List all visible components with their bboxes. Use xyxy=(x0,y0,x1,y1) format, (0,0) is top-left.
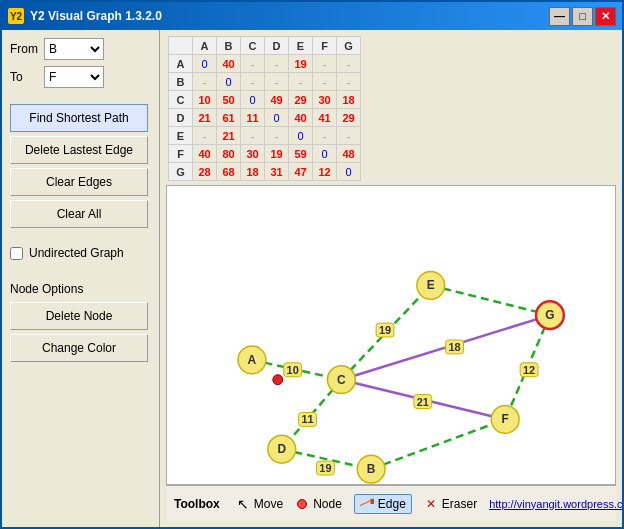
matrix-area: A B C D E F G A 0 40 xyxy=(160,30,622,185)
matrix-row-B: B - 0 - - - - - xyxy=(169,73,361,91)
weight-A-C: 10 xyxy=(287,364,299,376)
edge-pencil-icon xyxy=(360,497,374,511)
node-dot-icon xyxy=(295,497,309,511)
title-buttons: — □ ✕ xyxy=(549,7,616,26)
node-C-label: C xyxy=(337,373,346,387)
adjacency-matrix: A B C D E F G A 0 40 xyxy=(168,36,361,181)
move-cursor-icon: ↖ xyxy=(236,497,250,511)
matrix-col-G: G xyxy=(337,37,361,55)
weight-D-B: 19 xyxy=(319,462,331,474)
sidebar: From A B C D E F G To A B C D E xyxy=(2,30,160,527)
find-shortest-button[interactable]: Find Shortest Path xyxy=(10,104,148,132)
matrix-row-D: D 21 61 11 0 40 41 29 xyxy=(169,109,361,127)
undirected-row: Undirected Graph xyxy=(10,246,151,260)
tool-move[interactable]: ↖ Move xyxy=(236,497,283,511)
delete-latest-edge-button[interactable]: Delete Lastest Edge xyxy=(10,136,148,164)
tool-move-label: Move xyxy=(254,497,283,511)
matrix-row-F: F 40 80 30 19 59 0 48 xyxy=(169,145,361,163)
svg-rect-1 xyxy=(370,498,374,503)
change-color-button[interactable]: Change Color xyxy=(10,334,148,362)
edge-E-G xyxy=(431,285,550,315)
title-bar: Y2 Y2 Visual Graph 1.3.2.0 — □ ✕ xyxy=(2,2,622,30)
weight-C-F: 21 xyxy=(417,396,429,408)
node-B-label: B xyxy=(367,462,376,476)
node-A-label: A xyxy=(248,353,257,367)
clear-edges-button[interactable]: Clear Edges xyxy=(10,168,148,196)
minimize-button[interactable]: — xyxy=(549,7,570,26)
matrix-col-F: F xyxy=(313,37,337,55)
weight-C-G: 18 xyxy=(449,341,461,353)
main-window: Y2 Y2 Visual Graph 1.3.2.0 — □ ✕ From A … xyxy=(0,0,624,529)
weight-C-E: 19 xyxy=(379,324,391,336)
tool-eraser-label: Eraser xyxy=(442,497,477,511)
website-link[interactable]: http://vinyangit.wordpress.com xyxy=(489,498,622,510)
matrix-col-E: E xyxy=(289,37,313,55)
matrix-col-D: D xyxy=(265,37,289,55)
content-area: From A B C D E F G To A B C D E xyxy=(2,30,622,527)
to-label: To xyxy=(10,70,38,84)
matrix-row-E: E - 21 - - 0 - - xyxy=(169,127,361,145)
matrix-row-A: A 0 40 - - 19 - - xyxy=(169,55,361,73)
toolbox: Toolbox ↖ Move Node xyxy=(166,485,616,521)
tool-node-label: Node xyxy=(313,497,342,511)
weight-G-F: 12 xyxy=(523,364,535,376)
node-E-label: E xyxy=(427,278,435,292)
from-select[interactable]: A B C D E F G xyxy=(44,38,104,60)
tool-edge[interactable]: Edge xyxy=(354,494,412,514)
tool-eraser[interactable]: ✕ Eraser xyxy=(424,497,477,511)
toolbox-label: Toolbox xyxy=(174,497,220,511)
undirected-checkbox[interactable] xyxy=(10,247,23,260)
main-area: A B C D E F G A 0 40 xyxy=(160,30,622,527)
matrix-col-A: A xyxy=(193,37,217,55)
matrix-col-C: C xyxy=(241,37,265,55)
graph-svg: 10 19 11 19 12 18 xyxy=(167,186,615,484)
undirected-label: Undirected Graph xyxy=(29,246,124,260)
matrix-row-G: G 28 68 18 31 47 12 0 xyxy=(169,163,361,181)
edge-B-F xyxy=(371,419,505,469)
clear-all-button[interactable]: Clear All xyxy=(10,200,148,228)
matrix-corner xyxy=(169,37,193,55)
app-icon: Y2 xyxy=(8,8,24,24)
close-button[interactable]: ✕ xyxy=(595,7,616,26)
node-D-label: D xyxy=(277,442,286,456)
to-select[interactable]: A B C D E F G xyxy=(44,66,104,88)
matrix-row-C: C 10 50 0 49 29 30 18 xyxy=(169,91,361,109)
graph-canvas[interactable]: 10 19 11 19 12 18 xyxy=(166,185,616,485)
node-G-label: G xyxy=(545,308,554,322)
eraser-x-icon: ✕ xyxy=(424,497,438,511)
delete-node-button[interactable]: Delete Node xyxy=(10,302,148,330)
red-indicator xyxy=(273,375,283,385)
from-row: From A B C D E F G xyxy=(10,38,151,60)
node-options-label: Node Options xyxy=(10,282,151,296)
tool-edge-label: Edge xyxy=(378,497,406,511)
to-row: To A B C D E F G xyxy=(10,66,151,88)
maximize-button[interactable]: □ xyxy=(572,7,593,26)
from-label: From xyxy=(10,42,38,56)
svg-line-0 xyxy=(360,500,371,505)
tool-node[interactable]: Node xyxy=(295,497,342,511)
node-F-label: F xyxy=(502,412,509,426)
weight-C-D: 11 xyxy=(301,413,313,425)
window-title: Y2 Visual Graph 1.3.2.0 xyxy=(30,9,543,23)
matrix-col-B: B xyxy=(217,37,241,55)
